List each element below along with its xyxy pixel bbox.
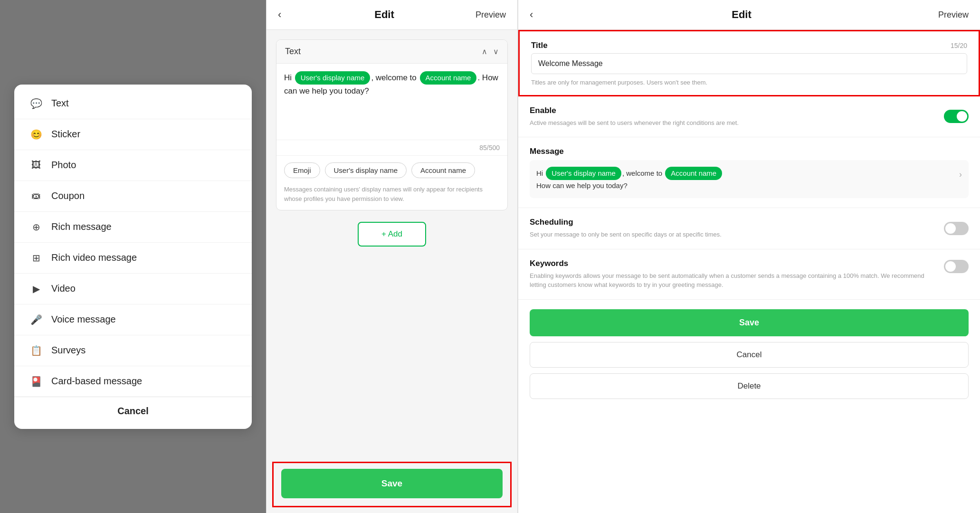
- msg-account-tag: Account name: [665, 167, 722, 180]
- msg-display-tag: User's display name: [546, 167, 621, 180]
- title-section: Title 15/20 Titles are only for manageme…: [518, 30, 980, 96]
- text-block: Text ∧ ∨ Hi User's display name, welcome…: [276, 39, 508, 210]
- right-save-button[interactable]: Save: [530, 309, 969, 336]
- voice-icon: 🎤: [29, 313, 43, 326]
- text-block-label: Text: [285, 47, 301, 57]
- enable-label: Enable: [530, 106, 739, 115]
- modal-item-coupon[interactable]: 🎟 Coupon: [14, 181, 252, 212]
- add-button[interactable]: + Add: [358, 222, 426, 247]
- middle-panel-title: Edit: [374, 9, 394, 21]
- modal-item-video[interactable]: ▶ Video: [14, 274, 252, 304]
- scheduling-toggle[interactable]: [944, 222, 969, 235]
- video-icon: ▶: [29, 282, 43, 295]
- account-name-tag[interactable]: Account name: [420, 71, 477, 85]
- card-icon: 🎴: [29, 375, 43, 388]
- text-mid: , welcome to: [371, 73, 419, 82]
- text-prefix: Hi: [284, 73, 294, 82]
- right-back-button[interactable]: ‹: [530, 9, 545, 21]
- title-input[interactable]: [531, 53, 967, 74]
- collapse-icon[interactable]: ∧: [482, 47, 487, 56]
- coupon-icon: 🎟: [29, 190, 43, 203]
- modal-item-card[interactable]: 🎴 Card-based message: [14, 366, 252, 397]
- text-block-header: Text ∧ ∨: [276, 40, 507, 64]
- message-preview-text: Hi User's display name, welcome to Accou…: [536, 167, 955, 191]
- users-display-name-tag[interactable]: User's display name: [295, 71, 371, 85]
- display-name-button[interactable]: User's display name: [325, 162, 407, 178]
- middle-save-button[interactable]: Save: [281, 469, 503, 498]
- title-hint: Titles are only for management purposes.…: [531, 78, 967, 87]
- msg-mid: , welcome to: [622, 169, 664, 177]
- middle-panel-header: ‹ Edit Preview: [266, 0, 517, 30]
- sticker-icon: 😊: [29, 128, 43, 141]
- keywords-toggle[interactable]: [944, 260, 969, 273]
- rich_video-icon: ⊞: [29, 251, 43, 265]
- title-counter: 15/20: [951, 42, 967, 49]
- msg-prefix: Hi: [536, 169, 545, 177]
- scheduling-label: Scheduling: [530, 218, 722, 227]
- modal-item-photo[interactable]: 🖼 Photo: [14, 150, 252, 181]
- rich_message-icon: ⊕: [29, 220, 43, 234]
- modal-item-label-text: Text: [51, 98, 69, 109]
- modal-item-label-rich_video: Rich video message: [51, 252, 137, 263]
- modal-item-surveys[interactable]: 📋 Surveys: [14, 335, 252, 366]
- modal-item-label-photo: Photo: [51, 160, 76, 171]
- title-label: Title 15/20: [531, 41, 967, 50]
- insert-buttons-row: Emoji User's display name Account name: [276, 155, 507, 185]
- text-icon: 💬: [29, 97, 43, 110]
- right-panel-header: ‹ Edit Preview: [518, 0, 980, 30]
- modal-item-label-card: Card-based message: [51, 376, 142, 387]
- photo-icon: 🖼: [29, 159, 43, 172]
- cancel-button[interactable]: Cancel: [14, 397, 252, 425]
- modal-item-label-sticker: Sticker: [51, 129, 80, 140]
- scheduling-desc: Set your message to only be sent on spec…: [530, 230, 722, 239]
- modal-item-sticker[interactable]: 😊 Sticker: [14, 119, 252, 150]
- add-button-wrapper: + Add: [276, 222, 508, 247]
- enable-toggle[interactable]: [944, 110, 969, 123]
- right-panel-title: Edit: [732, 9, 752, 21]
- text-content-area[interactable]: Hi User's display name, welcome to Accou…: [276, 64, 507, 140]
- emoji-button[interactable]: Emoji: [284, 162, 320, 178]
- modal-item-label-video: Video: [51, 283, 76, 294]
- keywords-desc: Enabling keywords allows your message to…: [530, 271, 936, 290]
- message-label: Message: [530, 147, 969, 156]
- message-section: Message Hi User's display name, welcome …: [518, 137, 980, 208]
- modal-item-text[interactable]: 💬 Text: [14, 88, 252, 119]
- middle-back-button[interactable]: ‹: [278, 9, 293, 21]
- right-cancel-button[interactable]: Cancel: [530, 342, 969, 368]
- modal-item-voice[interactable]: 🎤 Voice message: [14, 304, 252, 335]
- modal-item-label-rich_message: Rich message: [51, 221, 112, 232]
- message-chevron-icon[interactable]: ›: [959, 168, 962, 181]
- text-block-arrows[interactable]: ∧ ∨: [482, 47, 499, 56]
- right-delete-button[interactable]: Delete: [530, 373, 969, 399]
- msg-second-line: How can we help you today?: [536, 181, 628, 190]
- enable-desc: Active messages will be sent to users wh…: [530, 118, 739, 128]
- char-count: 85/500: [276, 140, 507, 155]
- modal-item-rich_video[interactable]: ⊞ Rich video message: [14, 243, 252, 274]
- modal-item-label-surveys: Surveys: [51, 345, 86, 356]
- middle-preview-button[interactable]: Preview: [476, 10, 506, 20]
- expand-icon[interactable]: ∨: [493, 47, 499, 56]
- keywords-section: Keywords Enabling keywords allows your m…: [518, 249, 980, 300]
- keywords-label: Keywords: [530, 259, 936, 268]
- action-buttons: Save Cancel Delete: [518, 300, 980, 408]
- modal-item-rich_message[interactable]: ⊕ Rich message: [14, 212, 252, 243]
- scheduling-section: Scheduling Set your message to only be s…: [518, 208, 980, 249]
- modal-item-label-voice: Voice message: [51, 314, 116, 325]
- notice-text: Messages containing users' display names…: [276, 185, 507, 210]
- enable-section: Enable Active messages will be sent to u…: [518, 96, 980, 138]
- message-preview[interactable]: Hi User's display name, welcome to Accou…: [530, 160, 969, 198]
- surveys-icon: 📋: [29, 344, 43, 357]
- modal-item-label-coupon: Coupon: [51, 190, 85, 201]
- account-name-button[interactable]: Account name: [411, 162, 475, 178]
- right-preview-button[interactable]: Preview: [938, 10, 969, 20]
